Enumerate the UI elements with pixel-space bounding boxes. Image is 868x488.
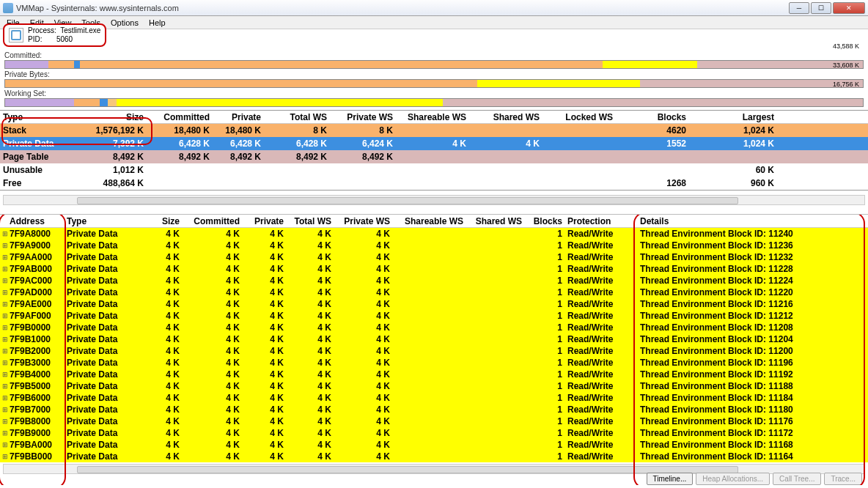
- details-row[interactable]: ⊞7F9AC000Private Data4 K4 K4 K4 K4 K1Rea…: [0, 275, 868, 286]
- expand-icon[interactable]: ⊞: [0, 406, 7, 413]
- expand-icon[interactable]: ⊞: [0, 359, 7, 366]
- details-row[interactable]: ⊞7F9B4000Private Data4 K4 K4 K4 K4 K1Rea…: [0, 369, 868, 380]
- expand-icon[interactable]: ⊞: [0, 394, 7, 402]
- summary-row[interactable]: Private Data7,392 K6,428 K6,428 K6,428 K…: [0, 137, 868, 150]
- maximize-button[interactable]: ☐: [811, 2, 831, 14]
- expand-icon[interactable]: ⊞: [0, 242, 7, 249]
- dcol-type[interactable]: Type: [65, 216, 145, 226]
- details-cell-totalws: 4 K: [286, 264, 334, 274]
- col-size[interactable]: Size: [77, 112, 147, 122]
- col-blocks[interactable]: Blocks: [616, 112, 689, 122]
- details-row[interactable]: ⊞7F9B6000Private Data4 K4 K4 K4 K4 K1Rea…: [0, 392, 868, 404]
- dcol-protection[interactable]: Protection: [564, 216, 638, 226]
- expand-icon[interactable]: ⊞: [0, 254, 7, 261]
- expand-icon[interactable]: ⊞: [0, 230, 7, 237]
- expand-icon[interactable]: ⊞: [0, 289, 7, 296]
- working-set-value: 16,756 K: [833, 81, 859, 88]
- details-cell-private: 4 K: [242, 287, 286, 297]
- details-row[interactable]: ⊞7F9B3000Private Data4 K4 K4 K4 K4 K1Rea…: [0, 357, 868, 369]
- expand-icon[interactable]: ⊞: [0, 324, 7, 331]
- col-shareablews[interactable]: Shareable WS: [396, 112, 469, 122]
- details-cell-totalws: 4 K: [286, 252, 334, 262]
- summary-row[interactable]: Free488,864 K1268960 K: [0, 177, 868, 190]
- details-row[interactable]: ⊞7F9AD000Private Data4 K4 K4 K4 K4 K1Rea…: [0, 286, 868, 298]
- details-row[interactable]: ⊞7F9B8000Private Data4 K4 K4 K4 K4 K1Rea…: [0, 415, 868, 427]
- details-row[interactable]: ⊞7F9B0000Private Data4 K4 K4 K4 K4 K1Rea…: [0, 322, 868, 333]
- dcol-privatews[interactable]: Private WS: [334, 216, 392, 226]
- dcol-committed[interactable]: Committed: [182, 216, 242, 226]
- expand-icon[interactable]: ⊞: [0, 453, 7, 460]
- call-tree-button[interactable]: Call Tree...: [773, 473, 821, 485]
- summary-cell-type: Free: [0, 178, 77, 188]
- details-row[interactable]: ⊞7F9A8000Private Data4 K4 K4 K4 K4 K1Rea…: [0, 228, 868, 240]
- expand-icon[interactable]: ⊞: [0, 441, 7, 448]
- summary-table: Type Size Committed Private Total WS Pri…: [0, 110, 868, 191]
- dcol-details[interactable]: Details: [638, 216, 843, 226]
- details-row[interactable]: ⊞7F9AE000Private Data4 K4 K4 K4 K4 K1Rea…: [0, 298, 868, 310]
- expand-icon[interactable]: ⊞: [0, 371, 7, 378]
- expand-icon[interactable]: ⊞: [0, 300, 7, 308]
- dcol-sharedws[interactable]: Shared WS: [466, 216, 524, 226]
- col-private[interactable]: Private: [213, 112, 264, 122]
- dcol-shareablews[interactable]: Shareable WS: [392, 216, 466, 226]
- details-row[interactable]: ⊞7F9B5000Private Data4 K4 K4 K4 K4 K1Rea…: [0, 380, 868, 392]
- details-row[interactable]: ⊞7F9B9000Private Data4 K4 K4 K4 K4 K1Rea…: [0, 427, 868, 439]
- col-privatews[interactable]: Private WS: [330, 112, 396, 122]
- details-cell-committed: 4 K: [182, 287, 242, 297]
- details-row[interactable]: ⊞7F9B2000Private Data4 K4 K4 K4 K4 K1Rea…: [0, 345, 868, 357]
- details-cell-private: 4 K: [242, 416, 286, 426]
- details-cell-totalws: 4 K: [286, 381, 334, 391]
- expand-icon[interactable]: ⊞: [0, 336, 7, 343]
- dcol-address[interactable]: Address: [7, 216, 65, 226]
- col-sharedws[interactable]: Shared WS: [469, 112, 542, 122]
- app-icon: [3, 3, 13, 13]
- col-lockedws[interactable]: Locked WS: [542, 112, 616, 122]
- summary-row[interactable]: Stack1,576,192 K18,480 K18,480 K8 K8 K46…: [0, 124, 868, 137]
- heap-allocations-button[interactable]: Heap Allocations...: [696, 473, 770, 485]
- col-type[interactable]: Type: [0, 112, 77, 122]
- bottom-toolbar: Timeline... Heap Allocations... Call Tre…: [647, 473, 862, 485]
- dcol-blocks[interactable]: Blocks: [524, 216, 564, 226]
- close-button[interactable]: ✕: [833, 2, 865, 14]
- details-cell-committed: 4 K: [182, 393, 242, 403]
- details-row[interactable]: ⊞7F9AB000Private Data4 K4 K4 K4 K4 K1Rea…: [0, 263, 868, 275]
- details-row[interactable]: ⊞7F9BB000Private Data4 K4 K4 K4 K4 K1Rea…: [0, 451, 868, 462]
- expand-icon[interactable]: ⊞: [0, 312, 7, 319]
- details-row[interactable]: ⊞7F9B1000Private Data4 K4 K4 K4 K4 K1Rea…: [0, 333, 868, 345]
- details-cell-type: Private Data: [65, 311, 145, 321]
- details-cell-type: Private Data: [65, 264, 145, 274]
- dcol-size[interactable]: Size: [145, 216, 182, 226]
- expand-icon[interactable]: ⊞: [0, 418, 7, 425]
- details-row[interactable]: ⊞7F9BA000Private Data4 K4 K4 K4 K4 K1Rea…: [0, 439, 868, 451]
- details-row[interactable]: ⊞7F9AA000Private Data4 K4 K4 K4 K4 K1Rea…: [0, 251, 868, 263]
- expand-icon[interactable]: ⊞: [0, 429, 7, 437]
- details-cell-protection: Read/Write: [564, 240, 638, 251]
- menu-options[interactable]: Options: [106, 18, 144, 28]
- summary-cell-type: Page Table: [0, 152, 77, 162]
- details-cell-private: 4 K: [242, 264, 286, 274]
- summary-row[interactable]: Page Table8,492 K8,492 K8,492 K8,492 K8,…: [0, 150, 868, 163]
- col-committed[interactable]: Committed: [147, 112, 213, 122]
- details-cell-totalws: 4 K: [286, 369, 334, 380]
- details-row[interactable]: ⊞7F9A9000Private Data4 K4 K4 K4 K4 K1Rea…: [0, 240, 868, 251]
- col-totalws[interactable]: Total WS: [264, 112, 330, 122]
- expand-icon[interactable]: ⊞: [0, 277, 7, 284]
- minimize-button[interactable]: ─: [789, 2, 809, 14]
- timeline-button[interactable]: Timeline...: [647, 473, 694, 485]
- menu-help[interactable]: Help: [144, 18, 171, 28]
- expand-icon[interactable]: ⊞: [0, 347, 7, 355]
- expand-icon[interactable]: ⊞: [0, 382, 7, 390]
- summary-scrollbar[interactable]: [3, 195, 865, 205]
- details-cell-type: Private Data: [65, 299, 145, 309]
- col-largest[interactable]: Largest: [689, 112, 777, 122]
- dcol-totalws[interactable]: Total WS: [286, 216, 334, 226]
- details-cell-size: 4 K: [145, 428, 182, 438]
- expand-icon[interactable]: ⊞: [0, 265, 7, 273]
- trace-button[interactable]: Trace...: [824, 473, 862, 485]
- summary-row[interactable]: Unusable1,012 K60 K: [0, 163, 868, 177]
- dcol-private[interactable]: Private: [242, 216, 286, 226]
- pid-label: PID:: [28, 35, 42, 43]
- details-cell-addr: 7F9AF000: [7, 311, 65, 321]
- details-row[interactable]: ⊞7F9AF000Private Data4 K4 K4 K4 K4 K1Rea…: [0, 310, 868, 322]
- details-row[interactable]: ⊞7F9B7000Private Data4 K4 K4 K4 K4 K1Rea…: [0, 404, 868, 415]
